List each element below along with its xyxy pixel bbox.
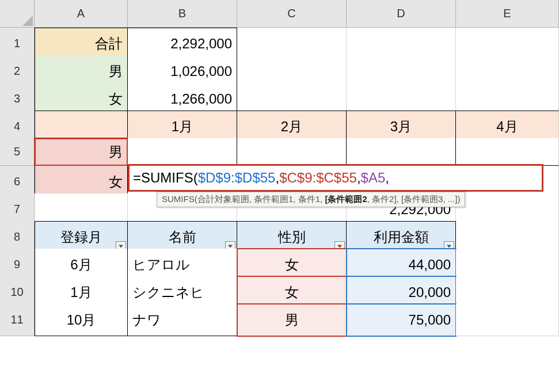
select-all-corner[interactable]	[0, 0, 35, 28]
tooltip-a2: 条件範囲1	[254, 194, 293, 204]
tooltip-s1: ,	[249, 194, 254, 204]
table-header-gender: 性別	[278, 228, 306, 246]
cell-E5[interactable]	[456, 138, 559, 166]
tooltip-a6: [条件範囲3, ...])	[401, 194, 461, 204]
tooltip-s4: ,	[367, 194, 372, 204]
formula-edit-overlay[interactable]: =SUMIFS($D$9:$D$55,$C$9:$C$55,$A5,	[128, 164, 543, 192]
col-header-A[interactable]: A	[35, 0, 128, 28]
tooltip-s2: ,	[293, 194, 298, 204]
tooltip-a3: 条件1	[298, 194, 320, 204]
formula-sep2: ,	[357, 170, 361, 186]
row-header-11[interactable]: 11	[0, 304, 35, 336]
tooltip-fn: SUMIFS(	[162, 194, 197, 204]
tooltip-a5: 条件2]	[372, 194, 397, 204]
table-header-name: 名前	[169, 228, 196, 246]
formula-arg3: $A5	[361, 170, 386, 186]
cell-D5[interactable]	[347, 138, 456, 166]
tooltip-a4: [条件範囲2	[325, 194, 367, 204]
col-header-C[interactable]: C	[237, 0, 347, 28]
table-header-amount: 利用金額	[374, 228, 429, 246]
tooltip-a1: 合計対象範囲	[197, 194, 249, 204]
formula-arg2: $C$9:$C$55	[279, 170, 357, 186]
table-header-month: 登録月	[60, 228, 102, 246]
formula-sep1: ,	[275, 170, 279, 186]
cell-E11[interactable]	[456, 304, 559, 336]
col-header-E[interactable]: E	[456, 0, 559, 28]
cell-A11[interactable]: 10月	[35, 304, 128, 336]
cell-C11[interactable]: 男	[237, 304, 347, 336]
tooltip-s5: ,	[397, 194, 401, 204]
cell-C5[interactable]	[237, 138, 347, 166]
chevron-down-icon	[447, 245, 451, 248]
chevron-down-icon	[337, 245, 342, 248]
chevron-down-icon	[119, 245, 123, 248]
cell-B5[interactable]	[128, 138, 237, 166]
formula-arg1: $D$9:$D$55	[198, 170, 276, 186]
col-header-D[interactable]: D	[347, 0, 456, 28]
cell-D11[interactable]: 75,000	[347, 304, 456, 336]
formula-prefix: =SUMIFS(	[133, 170, 198, 186]
cell-A5[interactable]: 男	[35, 138, 128, 166]
formula-sep3: ,	[385, 170, 389, 186]
chevron-down-icon	[228, 245, 233, 248]
col-header-B[interactable]: B	[128, 0, 237, 28]
row-header-5[interactable]: 5	[0, 138, 35, 166]
cell-B11[interactable]: ナワ	[128, 304, 237, 336]
formula-tooltip: SUMIFS(合計対象範囲, 条件範囲1, 条件1, [条件範囲2, 条件2],…	[157, 192, 465, 207]
